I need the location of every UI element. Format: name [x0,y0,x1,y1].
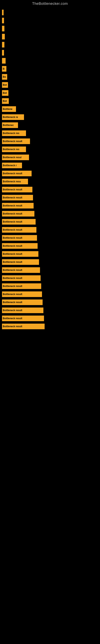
bottleneck-bar: Bottleneck result [2,187,32,192]
bar-row: Bottleneck result [2,258,98,266]
bottleneck-bar: Bottleneck result [2,292,42,297]
bar-row: Bottlene [2,105,98,113]
bottleneck-bar: Bottleneck result [2,267,40,273]
bar-row: Bottleneck result [2,290,98,298]
bottleneck-bar: Bottleneck res [2,146,26,152]
bar-row [2,33,98,40]
bottleneck-bar [2,50,4,56]
bottleneck-bar: Bottleneck result [2,195,33,200]
bar-row: Bot [2,81,98,89]
bar-row: Bottleneck result [2,226,98,234]
bottleneck-bar: Bottleneck result [2,308,43,313]
bar-row: Bottleneck result [2,138,98,145]
bottleneck-bar: Bottleneck result [2,316,44,321]
site-title: TheBottlenecker.com [0,0,100,7]
bar-row [2,25,98,32]
bottleneck-bar: Bot [2,90,8,96]
bottleneck-bar: Bottleneck result [2,243,38,249]
bar-row: Bottleneck result [2,202,98,210]
bars-container: BBoBotBotBotBottleneBottleneck reBottlen… [0,7,100,333]
bar-row [2,41,98,48]
bottleneck-bar [2,10,3,15]
bar-row: Bottleneck resul [2,154,98,161]
bar-row: Bottleneck result [2,266,98,274]
bar-row: Bottleneck result [2,322,98,330]
bottleneck-bar: Bottleneck result [2,251,38,257]
bar-row: Bottleneck result [2,274,98,282]
bar-row: Bottleneck res [2,130,98,137]
bar-row: Bo [2,73,98,81]
bottleneck-bar: Bo [2,74,7,80]
bar-row: Bot [2,97,98,105]
bar-row: Bottleneck res [2,146,98,153]
bottleneck-bar: Bottleneck result [2,259,39,265]
bottleneck-bar: Bottleneck result [2,171,32,176]
bottleneck-bar: Bottleneck result [2,275,41,281]
bar-row: Bottleneck result [2,282,98,290]
bar-row: Bottleneck result [2,210,98,218]
bar-row: B [2,65,98,73]
bar-row: Bottleneck result [2,234,98,242]
bottleneck-bar: Bottleneck result [2,283,41,289]
bar-row: Bottleneck re [2,113,98,121]
bottleneck-bar: Bot [2,82,8,88]
bottleneck-bar [2,26,4,32]
bottleneck-bar: Bottlene [2,106,16,112]
bar-row: Bottlenec [2,121,98,129]
bar-row [2,57,98,64]
bar-row [2,49,98,56]
bottleneck-bar: B [2,66,6,72]
bottleneck-bar: Bottleneck result [2,227,36,233]
bar-row: Bottleneck r [2,162,98,169]
bottleneck-bar: Bottleneck result [2,300,43,305]
bottleneck-bar: Bottleneck result [2,324,45,329]
bar-row: Bottleneck result [2,314,98,322]
bottleneck-bar: Bottleneck result [2,235,37,241]
bottleneck-bar: Bottleneck resu [2,179,28,184]
bottleneck-bar: Bottleneck re [2,114,24,120]
bottleneck-bar: Bottleneck res [2,130,26,136]
bottleneck-bar: Bottleneck result [2,138,30,144]
bar-row: Bottleneck result [2,250,98,258]
bottleneck-bar [2,42,4,48]
bottleneck-bar: Bottleneck result [2,211,34,216]
bottleneck-bar [2,58,6,64]
bottleneck-bar: Bottleneck result [2,203,34,208]
bottleneck-bar: Bottleneck r [2,162,22,168]
bottleneck-bar: Bottlenec [2,122,18,128]
bar-row: Bottleneck result [2,170,98,177]
bar-row: Bot [2,89,98,97]
bottleneck-bar: Bot [2,98,9,104]
bar-row: Bottleneck result [2,306,98,314]
bar-row: Bottleneck result [2,298,98,306]
bar-row [2,17,98,24]
bottleneck-bar [2,18,4,23]
bottleneck-bar: Bottleneck result [2,219,36,224]
bottleneck-bar [2,34,5,40]
bar-row: Bottleneck result [2,242,98,250]
bar-row: Bottleneck resu [2,178,98,185]
bar-row [2,9,98,16]
bar-row: Bottleneck result [2,186,98,194]
bottleneck-bar: Bottleneck resul [2,154,29,160]
bar-row: Bottleneck result [2,218,98,226]
bar-row: Bottleneck result [2,194,98,202]
